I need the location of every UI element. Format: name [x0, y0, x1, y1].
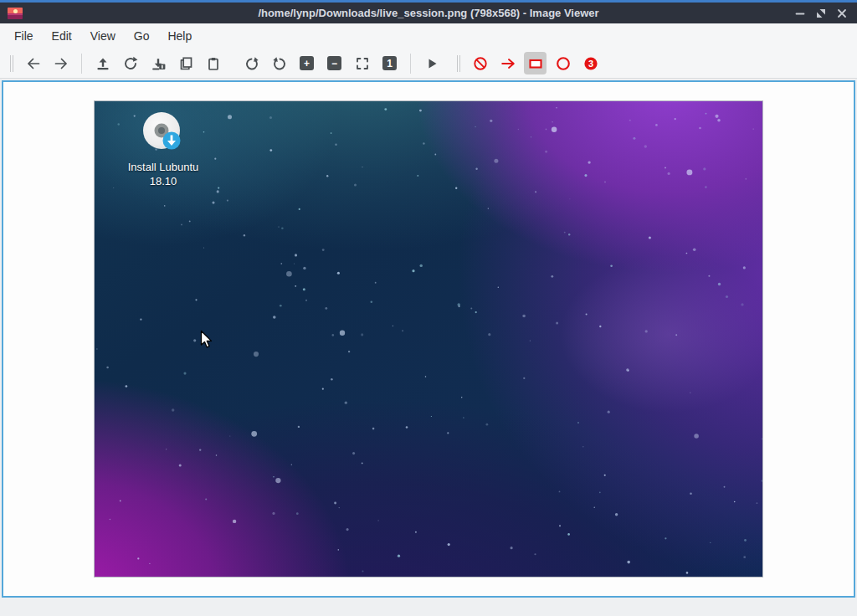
mouse-pointer-icon: [200, 330, 213, 350]
rotate-cw-icon: [244, 55, 260, 72]
clipboard-icon: [205, 55, 222, 72]
menu-edit[interactable]: Edit: [43, 24, 81, 48]
previous-file-button[interactable]: [22, 52, 44, 74]
app-icon: [8, 8, 23, 19]
svg-text:3: 3: [588, 58, 593, 68]
close-icon: [835, 7, 849, 20]
menubar: File Edit View Go Help: [0, 23, 857, 49]
copy-icon: [177, 55, 194, 72]
download-badge-icon: [150, 55, 167, 72]
prohibition-icon: [472, 55, 489, 72]
open-file-button[interactable]: [91, 52, 114, 74]
zoom-out-square-icon: −: [327, 56, 341, 70]
rotate-counterclockwise-button[interactable]: [268, 52, 290, 74]
red-circle-icon: [555, 55, 572, 72]
draw-rectangle-button[interactable]: [524, 52, 547, 74]
titlebar[interactable]: /home/lynp/Downloads/live_session.png (7…: [0, 0, 857, 23]
menu-help[interactable]: Help: [158, 24, 201, 48]
image-canvas[interactable]: Install Lubuntu 18.10: [2, 80, 855, 598]
arrow-left-icon: [25, 55, 42, 72]
minimize-icon: [793, 7, 807, 20]
rotate-ccw-icon: [271, 55, 288, 72]
copy-button[interactable]: [174, 52, 197, 74]
original-size-button[interactable]: 1: [378, 52, 401, 74]
lubuntu-wallpaper: Install Lubuntu 18.10: [95, 101, 762, 577]
paste-button[interactable]: [202, 52, 224, 74]
statusbar: [0, 598, 857, 616]
play-icon: [423, 55, 440, 72]
toolbar-drag-handle[interactable]: [10, 55, 13, 72]
slideshow-button[interactable]: [420, 52, 443, 74]
install-disc-icon: [141, 110, 185, 154]
minimize-button[interactable]: [793, 7, 807, 20]
reload-button[interactable]: [119, 52, 141, 74]
draw-arrow-button[interactable]: [496, 52, 519, 74]
menu-view[interactable]: View: [81, 24, 125, 48]
window-title: /home/lynp/Downloads/live_session.png (7…: [100, 7, 757, 19]
zoom-in-square-icon: +: [300, 56, 314, 70]
rotate-clockwise-button[interactable]: [240, 52, 263, 74]
arrow-right-icon: [53, 55, 69, 72]
refresh-icon: [122, 55, 139, 72]
one-square-icon: 1: [382, 56, 397, 70]
image-viewer-window: /home/lynp/Downloads/live_session.png (7…: [0, 0, 857, 616]
annotation-toolbar-drag-handle[interactable]: [457, 55, 460, 72]
blue-download-badge-icon: [163, 132, 181, 150]
upload-icon: [95, 55, 111, 72]
close-button[interactable]: [835, 7, 849, 20]
toolbar-separator: [81, 54, 82, 74]
fit-corners-icon: [354, 55, 371, 72]
maximize-button[interactable]: [814, 7, 828, 20]
install-icon-label: Install Lubuntu 18.10: [116, 160, 210, 188]
red-rectangle-icon: [527, 55, 544, 72]
menu-file[interactable]: File: [5, 24, 43, 48]
toolbar-separator: [410, 54, 411, 74]
draw-circle-button[interactable]: [552, 52, 574, 74]
toolbar: + − 1: [0, 49, 857, 79]
menu-go[interactable]: Go: [125, 24, 159, 48]
fit-window-button[interactable]: [351, 52, 373, 74]
install-lubuntu-icon: Install Lubuntu 18.10: [116, 110, 210, 188]
zoom-in-button[interactable]: +: [295, 52, 318, 74]
zoom-out-button[interactable]: −: [323, 52, 346, 74]
next-file-button[interactable]: [49, 52, 72, 74]
restore-icon: [814, 7, 828, 20]
draw-number-button[interactable]: 3: [579, 52, 602, 74]
displayed-image[interactable]: Install Lubuntu 18.10: [94, 100, 763, 578]
red-number-circle-icon: 3: [582, 55, 599, 72]
red-arrow-icon: [500, 55, 516, 72]
window-controls: [793, 7, 849, 20]
save-as-button[interactable]: [146, 52, 169, 74]
no-annotation-button[interactable]: [469, 52, 491, 74]
